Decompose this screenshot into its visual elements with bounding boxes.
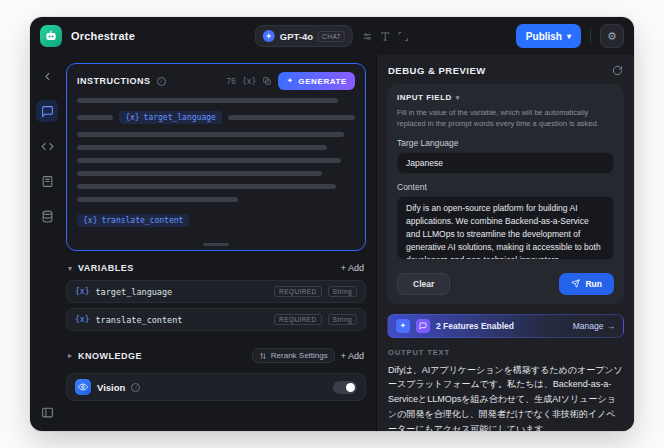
- model-toolbar: GPT-4o CHAT: [255, 25, 409, 47]
- arrow-right-icon: →: [607, 321, 616, 331]
- skeleton-line: [77, 197, 238, 202]
- skeleton-row: {x} translate_content: [77, 214, 355, 227]
- input-field-title: INPUT FIELD: [397, 93, 452, 102]
- variable-name: target_language: [144, 113, 216, 122]
- variable-tag: {x}: [75, 287, 89, 296]
- variable-name: translate_content: [101, 216, 183, 225]
- chevron-down-icon[interactable]: ▾: [456, 94, 460, 102]
- send-icon: [571, 279, 580, 288]
- info-icon: i: [157, 77, 166, 86]
- model-selector[interactable]: GPT-4o CHAT: [255, 25, 353, 47]
- rerank-settings-button[interactable]: Rerank Settings: [252, 348, 335, 363]
- divider: [590, 29, 591, 43]
- variable-chip-translate-content[interactable]: {x} translate_content: [77, 214, 189, 227]
- settings-button[interactable]: ⚙: [600, 24, 624, 48]
- top-bar: Orchestrate GPT-4o CHAT: [30, 17, 634, 55]
- sparkle-icon: [286, 77, 294, 85]
- toggle-knob: [346, 383, 355, 392]
- feature-icon: [396, 319, 410, 333]
- skeleton-line: [77, 115, 113, 120]
- char-count: 76: [226, 76, 235, 86]
- feature-icon: [416, 319, 430, 333]
- sidebar-item-api[interactable]: [36, 135, 58, 157]
- type-badge[interactable]: String: [328, 286, 357, 297]
- topbar-right: Publish ▾ ⚙: [516, 24, 624, 48]
- eye-icon: [75, 379, 91, 395]
- refresh-icon[interactable]: [612, 65, 623, 76]
- chevron-right-icon[interactable]: ▸: [68, 351, 72, 360]
- instructions-header: INSTRUCTIONS i 76 {x} GENERATE: [77, 72, 355, 90]
- run-label: Run: [585, 279, 602, 289]
- scroll-indicator[interactable]: [203, 243, 229, 246]
- prompt-column: INSTRUCTIONS i 76 {x} GENERATE: [64, 55, 376, 431]
- content-textarea[interactable]: Dify is an open-source platform for buil…: [397, 196, 614, 260]
- target-language-label: Targe Language: [397, 138, 614, 148]
- skeleton-line: [77, 184, 336, 189]
- sliders-icon[interactable]: [362, 31, 373, 42]
- vision-feature-row: Vision i: [66, 373, 366, 401]
- skeleton-line: [77, 98, 338, 103]
- variable-tag: {x}: [83, 216, 97, 225]
- skeleton-line: [77, 132, 344, 137]
- skeleton-line: [77, 158, 341, 163]
- content-label: Content: [397, 182, 614, 192]
- vision-label: Vision: [97, 382, 125, 393]
- model-mode-badge: CHAT: [318, 31, 345, 42]
- output-section: OUTPUT TEXT Difyは、AIアプリケーションを構築するためのオープン…: [388, 348, 623, 424]
- back-icon[interactable]: [36, 65, 58, 87]
- sort-icon: [259, 352, 267, 360]
- expand-icon[interactable]: [398, 31, 409, 42]
- debug-title: DEBUG & PREVIEW: [388, 65, 486, 76]
- sidebar-item-knowledge[interactable]: [36, 205, 58, 227]
- skeleton-line: [77, 171, 322, 176]
- variable-row-target-language[interactable]: {x} target_language REQUIRED String: [66, 280, 366, 303]
- app-window: Orchestrate GPT-4o CHAT: [30, 17, 634, 431]
- instructions-panel[interactable]: INSTRUCTIONS i 76 {x} GENERATE: [66, 63, 366, 251]
- publish-button[interactable]: Publish ▾: [516, 24, 581, 48]
- variable-tag: {x}: [75, 315, 89, 324]
- output-title: OUTPUT TEXT: [388, 348, 623, 357]
- model-provider-icon: [263, 30, 275, 42]
- generate-button[interactable]: GENERATE: [278, 72, 355, 90]
- prompt-toolbar: [362, 31, 409, 42]
- variable-chip-target-language[interactable]: {x} target_language: [119, 111, 222, 124]
- features-enabled-bar[interactable]: 2 Features Enabled Manage →: [387, 314, 624, 338]
- app-logo-icon: [40, 25, 62, 47]
- input-field-card: INPUT FIELD ▾ Fill in the value of the v…: [387, 84, 624, 304]
- vision-toggle[interactable]: [333, 381, 357, 394]
- chevron-down-icon[interactable]: ▾: [68, 264, 72, 273]
- variable-row-translate-content[interactable]: {x} translate_content REQUIRED String: [66, 308, 366, 331]
- rerank-label: Rerank Settings: [271, 351, 328, 360]
- variables-section: ▾ VARIABLES + Add {x} target_language RE…: [66, 261, 366, 336]
- page-title: Orchestrate: [71, 30, 135, 42]
- sidebar-item-logs[interactable]: [36, 170, 58, 192]
- add-variable-button[interactable]: + Add: [341, 263, 364, 273]
- sidebar-item-orchestrate[interactable]: [36, 100, 58, 122]
- skeleton-row: {x} target_language: [77, 111, 355, 124]
- add-knowledge-button[interactable]: + Add: [341, 351, 364, 361]
- variable-name: translate_content: [95, 315, 182, 325]
- skeleton-line: [77, 145, 327, 150]
- collapse-panel-icon[interactable]: [36, 401, 58, 423]
- manage-features-link[interactable]: Manage →: [573, 321, 615, 331]
- publish-label: Publish: [526, 31, 562, 42]
- input-field-description: Fill in the value of the variable, which…: [397, 107, 614, 130]
- sidebar: [30, 55, 64, 431]
- variable-name: target_language: [95, 287, 172, 297]
- copy-icon[interactable]: [262, 76, 272, 86]
- knowledge-title: KNOWLEDGE: [78, 351, 142, 361]
- required-badge: REQUIRED: [274, 314, 322, 325]
- debug-preview-panel: DEBUG & PREVIEW INPUT FIELD ▾ Fill in th…: [376, 55, 634, 431]
- type-badge[interactable]: String: [328, 314, 357, 325]
- skeleton-line: [228, 115, 355, 120]
- variable-tag-icon[interactable]: {x}: [242, 77, 256, 86]
- required-badge: REQUIRED: [274, 286, 322, 297]
- text-format-icon[interactable]: [380, 31, 391, 42]
- run-button[interactable]: Run: [559, 273, 614, 295]
- clear-button[interactable]: Clear: [397, 273, 450, 295]
- manage-label: Manage: [573, 321, 604, 331]
- variables-title: VARIABLES: [78, 263, 134, 273]
- info-icon: i: [131, 383, 140, 392]
- gear-icon: ⚙: [607, 30, 617, 43]
- target-language-input[interactable]: [397, 152, 614, 174]
